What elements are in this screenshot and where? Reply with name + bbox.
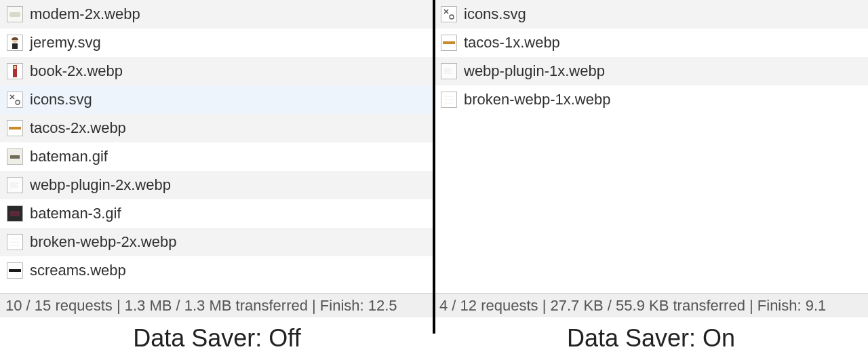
file-name: jeremy.svg <box>30 34 101 52</box>
file-name: icons.svg <box>464 5 526 23</box>
status-bar-on: 4 / 12 requests | 27.7 KB / 55.9 KB tran… <box>434 293 868 317</box>
file-list-on: icons.svgtacos-1x.webpwebp-plugin-1x.web… <box>434 0 868 293</box>
panel-divider <box>433 0 435 334</box>
file-name: bateman-3.gif <box>30 205 121 222</box>
svg-rect-23 <box>443 41 455 44</box>
file-name: webp-plugin-2x.webp <box>30 176 171 194</box>
tacos-icon <box>7 120 23 136</box>
file-row[interactable]: bateman.gif <box>0 142 434 171</box>
icons-icon <box>441 6 457 22</box>
blank-icon <box>7 177 23 193</box>
file-name: book-2x.webp <box>30 62 123 80</box>
file-row[interactable]: tacos-2x.webp <box>0 114 434 142</box>
file-name: tacos-2x.webp <box>30 119 126 137</box>
file-name: screams.webp <box>30 262 126 279</box>
book-icon <box>7 63 23 79</box>
svg-rect-19 <box>9 269 21 272</box>
broken-icon <box>7 234 23 250</box>
svg-rect-13 <box>10 155 20 159</box>
svg-rect-8 <box>7 92 22 107</box>
file-name: modem-2x.webp <box>30 5 140 23</box>
modem-icon <box>7 6 23 22</box>
file-row[interactable]: icons.svg <box>434 0 868 28</box>
file-row[interactable]: broken-webp-2x.webp <box>0 228 434 256</box>
file-row[interactable]: tacos-1x.webp <box>434 28 868 57</box>
file-row[interactable]: jeremy.svg <box>0 28 434 57</box>
svg-rect-20 <box>441 7 456 22</box>
broken-icon <box>441 92 457 108</box>
file-row[interactable]: webp-plugin-1x.webp <box>434 57 868 85</box>
svg-rect-7 <box>14 66 16 69</box>
file-name: webp-plugin-1x.webp <box>464 62 605 80</box>
file-row[interactable]: screams.webp <box>0 256 434 285</box>
file-list-off: modem-2x.webpjeremy.svgbook-2x.webpicons… <box>0 0 434 293</box>
file-row[interactable]: icons.svg <box>0 85 434 114</box>
tacos-icon <box>441 35 457 51</box>
icons-icon <box>7 92 23 108</box>
file-name: icons.svg <box>30 91 92 108</box>
file-row[interactable]: modem-2x.webp <box>0 0 434 28</box>
jeremy-icon <box>7 35 23 51</box>
bateman3-icon <box>7 205 23 222</box>
file-name: broken-webp-1x.webp <box>464 91 610 108</box>
status-bar-off: 10 / 15 requests | 1.3 MB / 1.3 MB trans… <box>0 293 434 317</box>
blank-icon <box>441 63 457 79</box>
caption-off: Data Saver: Off <box>0 317 434 358</box>
file-row[interactable]: webp-plugin-2x.webp <box>0 171 434 199</box>
panel-on: icons.svgtacos-1x.webpwebp-plugin-1x.web… <box>434 0 868 358</box>
file-name: tacos-1x.webp <box>464 34 560 52</box>
file-name: bateman.gif <box>30 148 108 165</box>
svg-rect-11 <box>9 127 21 130</box>
caption-on: Data Saver: On <box>434 317 868 358</box>
svg-rect-4 <box>12 43 18 49</box>
file-row[interactable]: broken-webp-1x.webp <box>434 85 868 114</box>
file-row[interactable]: book-2x.webp <box>0 57 434 85</box>
bateman-icon <box>7 148 23 165</box>
svg-rect-16 <box>10 211 20 216</box>
file-name: broken-webp-2x.webp <box>30 233 176 251</box>
file-row[interactable]: bateman-3.gif <box>0 199 434 228</box>
svg-rect-1 <box>9 12 20 17</box>
screams-icon <box>7 262 23 279</box>
panel-off: modem-2x.webpjeremy.svgbook-2x.webpicons… <box>0 0 434 358</box>
